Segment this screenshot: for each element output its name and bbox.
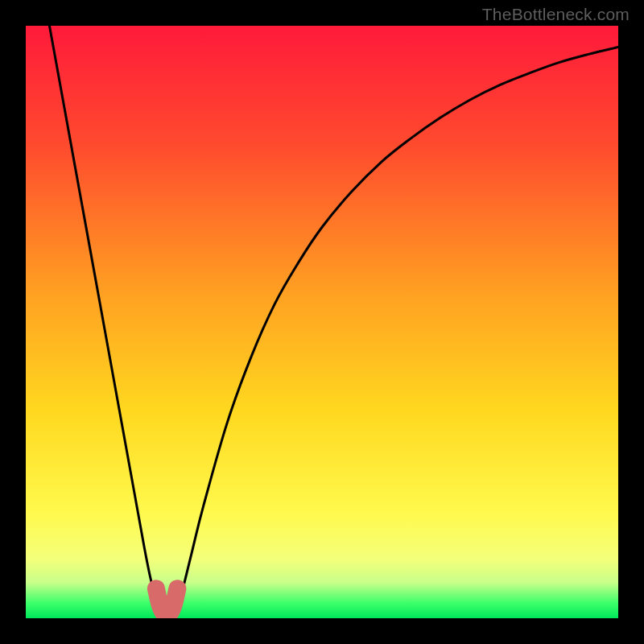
- gradient-background: [26, 26, 618, 618]
- bottleneck-chart: [26, 26, 618, 618]
- chart-frame: TheBottleneck.com: [0, 0, 644, 644]
- plot-area: [26, 26, 618, 618]
- watermark-text: TheBottleneck.com: [482, 5, 630, 24]
